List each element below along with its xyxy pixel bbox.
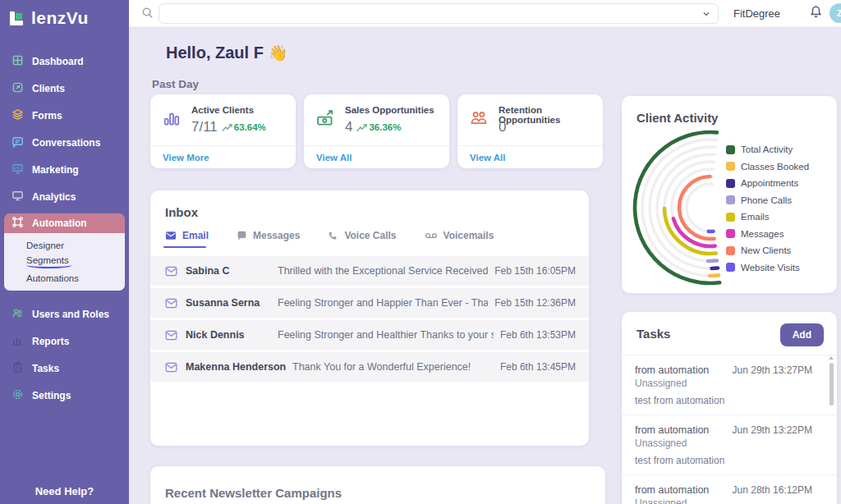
sidebar-item-label: Tasks <box>32 363 59 374</box>
legend-item-new-clients[interactable]: New Clients <box>726 242 809 259</box>
sidebar-item-forms[interactable]: Forms <box>0 102 129 129</box>
legend-item-phone-calls[interactable]: Phone Calls <box>726 192 809 209</box>
legend-swatch <box>726 195 735 204</box>
legend-swatch <box>726 179 735 188</box>
waving-hand-emoji: 👋 <box>268 44 287 62</box>
stat-value: 4 <box>345 119 352 135</box>
logo-text: lenzVu <box>31 8 89 28</box>
task-assignee: Unassigned <box>635 438 812 449</box>
add-task-button[interactable]: Add <box>780 323 824 346</box>
sidebar-item-clients[interactable]: Clients <box>0 75 129 102</box>
sidebar-item-reports[interactable]: Reports <box>0 328 129 355</box>
sidebar-item-analytics[interactable]: Analytics <box>0 183 129 210</box>
task-item[interactable]: from automationJun 29th 13:27PM Unassign… <box>622 355 837 415</box>
legend-item-emails[interactable]: Emails <box>726 208 809 226</box>
stat-value: 7/11 <box>191 119 218 135</box>
task-assignee: Unassigned <box>635 497 812 504</box>
task-time: Jun 29th 13:22PM <box>733 424 812 436</box>
active-clients-card: Active Clients 7/11 63.64% View More <box>150 94 296 168</box>
inbox-message-row[interactable]: Susanna Serna Feeling Stronger and Happi… <box>150 288 589 318</box>
tab-voice-calls[interactable]: Voice Calls <box>328 230 396 248</box>
sidebar-item-marketing[interactable]: Marketing <box>0 156 129 183</box>
task-item[interactable]: from automationJun 29th 13:22PM Unassign… <box>622 415 837 475</box>
layers-icon <box>11 108 24 123</box>
notifications-bell-icon[interactable] <box>809 5 823 22</box>
users-icon <box>11 307 24 322</box>
global-search <box>159 3 719 24</box>
tab-email[interactable]: Email <box>165 230 209 248</box>
sidebar-item-label: Automation <box>32 218 87 229</box>
task-time: Jun 28th 16:12PM <box>733 484 812 496</box>
legend-swatch <box>726 145 735 154</box>
voicemail-icon <box>425 231 438 241</box>
message-sender: Susanna Serna <box>186 297 278 309</box>
people-icon <box>470 109 488 131</box>
sidebar-item-settings[interactable]: Settings <box>0 382 129 409</box>
message-subject: Feeling Stronger and Happier Than Ever -… <box>278 297 488 309</box>
stat-value: 0 <box>499 119 506 135</box>
search-input[interactable] <box>159 4 701 23</box>
app-logo: lenzVu <box>0 0 129 28</box>
legend-item-appointments[interactable]: Appointments <box>726 175 809 192</box>
inbox-tabs: Email Messages Voice Calls Voicemails <box>165 230 494 248</box>
past-day-label: Past Day <box>152 78 199 90</box>
task-title: from automation <box>635 484 709 496</box>
chart-legend: Total Activity Classes Booked Appointmen… <box>726 141 809 276</box>
envelope-outline-icon <box>165 330 177 341</box>
submenu-item-automations[interactable]: Automations <box>26 271 92 286</box>
bar-chart-icon <box>163 109 181 131</box>
client-activity-title: Client Activity <box>636 111 718 125</box>
sidebar-item-label: Analytics <box>32 191 76 203</box>
scrollbar-thumb[interactable] <box>830 363 834 405</box>
company-name[interactable]: FitDegree <box>733 7 780 20</box>
task-title: from automation <box>635 424 709 436</box>
inbox-message-row[interactable]: Makenna Henderson Thank You for a Wonder… <box>150 352 589 382</box>
sidebar-item-conversations[interactable]: Conversations <box>0 129 129 156</box>
legend-item-total-activity[interactable]: Total Activity <box>726 141 809 158</box>
dashboard-grid-icon <box>11 54 24 69</box>
task-item[interactable]: from automationJun 28th 16:12PM Unassign… <box>622 475 837 504</box>
user-avatar[interactable]: Z <box>830 3 841 23</box>
task-title: from automation <box>635 364 709 376</box>
stat-title: Sales Opportunities <box>345 105 434 115</box>
sales-opportunities-card: Sales Opportunities 4 36.36% View All <box>304 94 449 168</box>
inbox-message-row[interactable]: Sabina C Thrilled with the Exceptional S… <box>150 256 589 286</box>
sidebar-item-users-and-roles[interactable]: Users and Roles <box>0 300 129 328</box>
message-sender: Sabina C <box>186 265 278 277</box>
tab-voicemails[interactable]: Voicemails <box>425 230 494 248</box>
legend-item-website-visits[interactable]: Website Visits <box>726 259 809 277</box>
view-more-link[interactable]: View More <box>163 153 209 163</box>
sidebar-item-tasks[interactable]: Tasks <box>0 355 129 382</box>
legend-item-messages[interactable]: Messages <box>726 226 809 243</box>
sidebar-item-label: Settings <box>32 390 71 401</box>
topbar: FitDegree Z <box>129 0 841 27</box>
message-subject: Feeling Stronger and Healthier Thanks to… <box>278 329 494 341</box>
sidebar-item-automation-active[interactable]: Automation <box>4 213 125 233</box>
view-all-link[interactable]: View All <box>470 153 505 163</box>
stat-title: Retention Opportunities <box>499 105 603 125</box>
main-content: Hello, Zaul F 👋 Past Day Active Clients … <box>129 27 841 504</box>
clipboard-icon <box>11 361 24 376</box>
chevron-down-icon[interactable] <box>701 9 718 19</box>
scrollbar-up-arrow[interactable] <box>829 356 834 360</box>
task-note: test from automation <box>635 455 812 466</box>
need-help-link[interactable]: Need Help? <box>0 485 129 497</box>
sidebar-item-label: Conversations <box>32 137 100 149</box>
sidebar-item-label: Dashboard <box>32 56 84 67</box>
submenu-item-segments[interactable]: Segments <box>26 253 92 271</box>
envelope-outline-icon <box>165 362 177 373</box>
task-assignee: Unassigned <box>635 378 812 389</box>
tab-messages[interactable]: Messages <box>237 230 300 248</box>
bar-report-icon <box>11 334 24 349</box>
sidebar-item-label: Clients <box>32 83 65 94</box>
view-all-link[interactable]: View All <box>316 153 352 163</box>
message-time: Feb 6th 13:53PM <box>500 329 576 341</box>
gear-icon <box>11 388 24 403</box>
chat-icon <box>11 135 24 150</box>
submenu-item-designer[interactable]: Designer <box>26 238 92 253</box>
legend-item-classes-booked[interactable]: Classes Booked <box>726 158 809 176</box>
sidebar-item-dashboard[interactable]: Dashboard <box>0 48 129 75</box>
legend-swatch <box>726 229 735 238</box>
inbox-message-row[interactable]: Nick Dennis Feeling Stronger and Healthi… <box>150 320 589 350</box>
chat-bubble-icon <box>237 231 247 241</box>
